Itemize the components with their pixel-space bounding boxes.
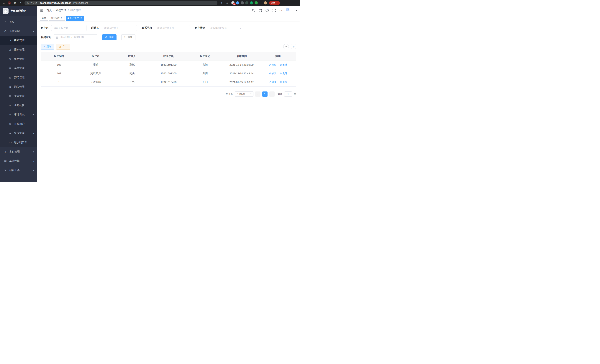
tab-tenant[interactable]: 租户管理× xyxy=(66,16,84,21)
share-icon[interactable]: ⇧ xyxy=(219,1,223,5)
chevron-down-icon[interactable]: ▾ xyxy=(296,9,297,12)
extension-gray-icon[interactable] xyxy=(241,1,244,4)
app-title: 芋道管理系统 xyxy=(10,9,26,13)
breadcrumb-item[interactable]: 首页 xyxy=(47,9,52,12)
create-time-range-picker[interactable]: ▦ 开始日期 - 结束日期 xyxy=(54,34,97,40)
delete-link[interactable]: 删除 xyxy=(280,63,287,66)
header-search-icon[interactable] xyxy=(251,8,255,12)
cell-contact-mobile: 17321315478 xyxy=(150,78,187,86)
page-suffix: 页 xyxy=(294,92,296,96)
url-host: dashboard.yudao.iocoder.cn xyxy=(40,2,71,4)
cell-create-time: 2021-01-05 17:03:47 xyxy=(223,78,260,86)
edit-icon xyxy=(269,72,271,75)
contact-mobile-input[interactable] xyxy=(155,25,190,31)
edit-link[interactable]: 修改 xyxy=(269,63,276,66)
reload-icon[interactable]: ↻ xyxy=(13,1,17,5)
goto-page-input[interactable] xyxy=(284,92,292,97)
extension-drop-icon[interactable] xyxy=(236,1,239,4)
breadcrumb-item[interactable]: 系统管理 xyxy=(56,9,66,12)
chevron-down-icon: ▾ xyxy=(33,151,34,153)
logo[interactable]: 芋道管理系统 xyxy=(0,6,37,16)
next-page-button[interactable]: › xyxy=(269,92,275,97)
browser-home-icon[interactable]: ⌂ xyxy=(19,1,22,5)
add-button[interactable]: + 新增 xyxy=(41,44,54,49)
active-tab-dot xyxy=(67,18,69,19)
menu-kebab-icon[interactable]: ⋮ xyxy=(276,2,278,4)
close-tab-icon[interactable]: × xyxy=(80,17,82,19)
prev-page-button[interactable]: ‹ xyxy=(255,92,261,97)
download-icon xyxy=(59,46,61,48)
dict-book-icon: ▤ xyxy=(9,95,12,98)
sidebar-item-errorcode[interactable]: </>错误码管理 xyxy=(0,138,37,147)
cell-create-time: 2021-12-14 21:02:09 xyxy=(223,60,260,69)
edit-link[interactable]: 修改 xyxy=(269,72,276,75)
role-icon: ♛ xyxy=(9,57,12,60)
extension-monkey-icon[interactable] xyxy=(264,1,267,4)
tab-dept[interactable]: 部门管理× xyxy=(49,16,65,21)
tenant-name-input[interactable] xyxy=(51,25,86,31)
extension-dots-icon[interactable]: 10 xyxy=(231,1,234,4)
chevron-right-icon: › xyxy=(272,93,272,95)
sidebar-item-menu[interactable]: ≣菜单管理 xyxy=(0,64,37,73)
sidebar-item-pay[interactable]: ¥支付管理▾ xyxy=(0,147,37,156)
sidebar-item-tenant[interactable]: ♟租户管理 xyxy=(0,36,37,45)
sidebar-item-role[interactable]: ♛角色管理 xyxy=(0,54,37,64)
sidebar-item-dict[interactable]: ▤字典管理 xyxy=(0,92,37,101)
url-path: /system/tenant xyxy=(73,2,88,4)
search-button[interactable]: 搜索 xyxy=(102,34,116,40)
url-bar[interactable]: ⚠ 不安全 dashboard.yudao.iocoder.cn/system/… xyxy=(25,1,217,5)
reset-button[interactable]: ↻ 重置 xyxy=(121,34,135,40)
sidebar-item-online[interactable]: ≋在线用户 xyxy=(0,119,37,129)
update-button[interactable]: 更新 ⋮ xyxy=(269,1,280,5)
edit-link[interactable]: 修改 xyxy=(269,81,276,84)
sidebar-item-tool[interactable]: ⚒研发工具▾ xyxy=(0,166,37,175)
bookmark-star-icon[interactable]: ☆ xyxy=(225,1,229,5)
extension-check-icon[interactable]: ✓ xyxy=(250,1,253,4)
sidebar-item-system[interactable]: ⚙系统管理▴ xyxy=(0,27,37,36)
sidebar-item-user[interactable]: ♙用户管理 xyxy=(0,45,37,54)
sidebar-item-infra[interactable]: ▦基础设施▾ xyxy=(0,156,37,166)
extension-olive-icon[interactable] xyxy=(245,1,248,4)
svg-text:T: T xyxy=(279,9,281,12)
table-tools: ↻ xyxy=(283,44,296,49)
delete-link[interactable]: 删除 xyxy=(280,81,287,84)
toggle-search-button[interactable] xyxy=(283,44,289,49)
export-button[interactable]: 导出 xyxy=(56,44,70,49)
extension-puzzle-icon[interactable] xyxy=(259,1,262,4)
page-size-select[interactable]: 10条/页 ▾ xyxy=(235,92,253,97)
sidebar-item-dept[interactable]: ⊞部门管理 xyxy=(0,73,37,82)
contact-name-input[interactable] xyxy=(102,25,137,31)
tenant-status-select[interactable]: 请选择租户状态 ▾ xyxy=(208,25,243,31)
forward-icon[interactable]: → xyxy=(8,1,11,5)
sidebar: 芋道管理系统 ⌂首页⚙系统管理▴♟租户管理♙用户管理♛角色管理≣菜单管理⊞部门管… xyxy=(0,6,37,182)
browser-toolbar: ← → ↻ ⌂ ⚠ 不安全 dashboard.yudao.iocoder.cn… xyxy=(0,0,300,6)
sidebar-item-post[interactable]: ▣岗位管理 xyxy=(0,82,37,92)
sidebar-item-sms[interactable]: ◈短信管理▾ xyxy=(0,129,37,138)
post-badge-icon: ▣ xyxy=(9,85,12,88)
refresh-table-button[interactable]: ↻ xyxy=(291,44,296,49)
collapse-sidebar-icon[interactable] xyxy=(40,9,44,12)
delete-icon xyxy=(280,64,282,66)
delete-link[interactable]: 删除 xyxy=(280,72,287,75)
rabbit-logo-icon xyxy=(3,9,8,13)
chevron-down-icon: ▾ xyxy=(250,93,251,95)
chevron-down-icon: ▾ xyxy=(240,27,241,29)
avatar[interactable] xyxy=(286,8,293,13)
extensions-area: 10✓ xyxy=(231,1,267,4)
close-tab-icon[interactable]: × xyxy=(60,17,63,19)
sidebar-item-home[interactable]: ⌂首页 xyxy=(0,17,37,27)
cell-tenant-status: 关闭 xyxy=(187,69,223,78)
sidebar-item-notice[interactable]: ✉通知公告 xyxy=(0,101,37,110)
contact-mobile-label: 联系手机 xyxy=(142,26,152,30)
page-1-button[interactable]: 1 xyxy=(262,92,268,97)
font-size-icon[interactable]: TT xyxy=(279,8,283,12)
fullscreen-icon[interactable] xyxy=(272,8,276,12)
table-row: 108测试测试15601691300关闭2021-12-14 21:02:09修… xyxy=(41,60,296,69)
tab-home[interactable]: 首页 xyxy=(40,16,48,21)
update-label: 更新 xyxy=(271,1,275,4)
help-icon[interactable]: ? xyxy=(265,8,269,12)
extension-green-icon[interactable] xyxy=(254,1,258,4)
sidebar-item-auditlog[interactable]: ✎审计日志▾ xyxy=(0,110,37,119)
github-icon[interactable] xyxy=(258,8,262,12)
back-icon[interactable]: ← xyxy=(2,1,6,5)
